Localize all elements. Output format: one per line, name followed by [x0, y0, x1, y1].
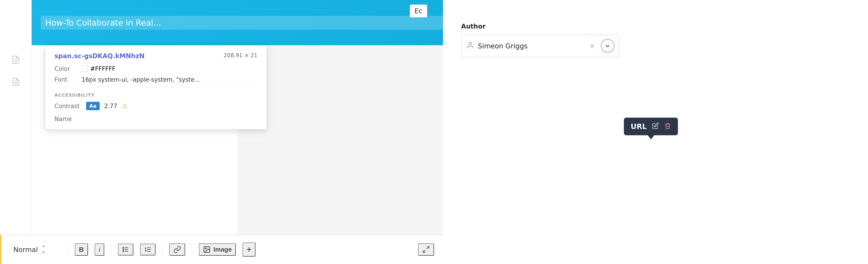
font-value: 16px system-ui, -apple-system, "syste...	[82, 76, 257, 83]
url-tooltip-label: URL	[631, 122, 647, 131]
style-select-chevron	[41, 245, 46, 254]
url-edit-icon[interactable]	[652, 122, 659, 131]
bold-button[interactable]: B	[75, 243, 88, 256]
expand-button[interactable]	[418, 243, 434, 256]
svg-point-19	[469, 42, 471, 45]
svg-line-17	[427, 246, 429, 249]
color-swatch: #FFFFFF	[82, 65, 116, 72]
inspector-font-row: Font 16px system-ui, -apple-system, "sys…	[55, 76, 257, 83]
style-select[interactable]: Normal	[9, 243, 61, 256]
contrast-value: 2.77	[104, 103, 117, 110]
right-panel: Author Simeon Griggs × URL	[443, 0, 868, 264]
inspector-popup: span.sc-gsDKAQ.kMNhzN 208.91 × 21 Color …	[45, 45, 267, 129]
svg-point-9	[123, 247, 124, 248]
italic-button[interactable]: i	[95, 243, 104, 256]
contrast-label: Contrast	[55, 103, 82, 110]
author-clear-button[interactable]: ×	[590, 42, 595, 50]
author-label: Author	[461, 23, 850, 30]
sidebar-item-doc-1[interactable]	[10, 54, 21, 65]
add-button[interactable]: +	[243, 242, 255, 257]
inspector-dimensions: 208.91 × 21	[223, 52, 257, 59]
color-box-white	[82, 66, 88, 72]
style-select-label: Normal	[13, 246, 38, 254]
contrast-badge: Aa	[86, 102, 100, 110]
sidebar	[0, 0, 32, 264]
author-person-icon	[466, 41, 474, 51]
url-tooltip: URL	[624, 118, 678, 135]
bottom-toolbar: Normal B i	[0, 235, 443, 264]
svg-point-16	[205, 248, 206, 249]
divider-2	[111, 244, 111, 255]
author-dropdown-button[interactable]	[601, 39, 614, 53]
link-button[interactable]	[169, 243, 185, 256]
inspector-name-row: Name	[55, 116, 257, 122]
inspector-color-row: Color #FFFFFF	[55, 65, 257, 72]
author-name: Simeon Griggs	[478, 42, 586, 50]
warning-icon: ⚠	[122, 102, 127, 110]
font-label: Font	[55, 76, 82, 83]
svg-line-18	[423, 250, 426, 253]
color-value: #FFFFFF	[90, 65, 116, 72]
color-label: Color	[55, 65, 82, 72]
yellow-bar	[0, 235, 1, 264]
divider-1	[68, 244, 68, 255]
svg-point-11	[123, 251, 124, 252]
image-label: Image	[213, 246, 232, 253]
accessibility-heading: ACCESSIBILITY	[55, 92, 257, 98]
author-field: Simeon Griggs ×	[461, 35, 619, 57]
ec-badge: Ec	[410, 4, 427, 18]
contrast-row: Contrast Aa 2.77 ⚠	[55, 102, 257, 110]
svg-point-10	[123, 249, 124, 250]
ordered-list-button[interactable]	[140, 244, 156, 256]
bullet-list-button[interactable]	[118, 244, 133, 256]
url-trash-icon[interactable]	[664, 122, 671, 131]
sidebar-item-doc-2[interactable]	[10, 77, 21, 87]
image-button[interactable]: Image	[199, 243, 236, 256]
name-label: Name	[55, 116, 72, 122]
author-section: Author Simeon Griggs ×	[461, 23, 850, 57]
